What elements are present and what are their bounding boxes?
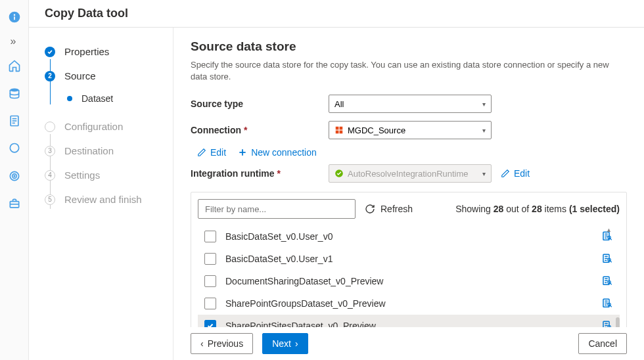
page-header: Copy Data tool (29, 0, 644, 28)
check-circle-icon (334, 169, 344, 178)
dataset-toolbar: Refresh Showing 28 out of 28 items (1 se… (198, 199, 620, 219)
dataset-row[interactable]: BasicDataSet_v0.User_v0 (198, 225, 620, 248)
step-pending-icon: 4 (45, 170, 55, 181)
preview-data-icon[interactable] (601, 298, 613, 309)
svg-point-3 (10, 89, 18, 92)
database-icon[interactable] (1, 80, 28, 106)
home-icon[interactable] (1, 53, 28, 79)
svg-point-1 (13, 14, 15, 16)
wizard-stepper: Properties 2 Source Dataset Configuratio… (29, 28, 173, 360)
svg-rect-15 (340, 127, 343, 130)
svg-rect-14 (336, 127, 339, 130)
source-type-label: Source type (191, 99, 329, 109)
connection-actions: Edit New connection (191, 147, 627, 158)
dataset-checkbox[interactable] (204, 298, 216, 309)
refresh-icon (365, 204, 375, 214)
connection-select[interactable]: MGDC_Source ▾ (329, 121, 492, 139)
chevron-down-icon: ▾ (482, 101, 486, 108)
chat-icon[interactable] (1, 135, 28, 162)
runtime-select[interactable]: AutoResolveIntegrationRuntime ▾ (329, 164, 492, 183)
preview-data-icon[interactable] (601, 253, 613, 265)
scrollbar-thumb[interactable] (616, 317, 620, 327)
step-source[interactable]: 2 Source (45, 64, 173, 88)
collapse-toggle-icon[interactable]: » (0, 32, 26, 51)
step-pending-icon (45, 122, 55, 132)
svg-rect-2 (14, 16, 15, 20)
dataset-row[interactable]: BasicDataSet_v0.User_v1 (198, 248, 620, 270)
step-review[interactable]: 5 Review and finish (45, 187, 173, 212)
refresh-button[interactable]: Refresh (365, 204, 413, 214)
chevron-right-icon: › (295, 338, 298, 349)
svg-point-11 (14, 175, 15, 177)
dataset-row[interactable]: DocumentSharingDataset_v0_Preview (198, 270, 620, 292)
document-icon[interactable] (1, 108, 28, 134)
connection-row: Connection * MGDC_Source ▾ (191, 121, 627, 139)
step-active-icon: 2 (45, 71, 55, 81)
dataset-checkbox[interactable] (204, 231, 216, 242)
runtime-row: Integration runtime * AutoResolveIntegra… (191, 164, 627, 183)
chevron-left-icon: ‹ (200, 338, 204, 349)
dataset-box: Refresh Showing 28 out of 28 items (1 se… (191, 192, 627, 327)
chevron-down-icon: ▾ (482, 127, 486, 134)
step-destination[interactable]: 3 Destination (45, 139, 173, 163)
source-type-select[interactable]: All ▾ (329, 95, 492, 113)
step-configuration[interactable]: Configuration (45, 114, 173, 139)
preview-data-icon[interactable] (601, 320, 613, 327)
connection-label: Connection * (191, 125, 329, 135)
results-count: Showing 28 out of 28 items (1 selected) (455, 204, 620, 214)
plus-icon (238, 148, 247, 157)
main-panel: Source data store Specify the source dat… (173, 28, 644, 327)
dataset-name: DocumentSharingDataset_v0_Preview (225, 276, 601, 286)
dataset-list: ▲ ▼ BasicDataSet_v0.User_v0BasicDataSet_… (198, 225, 620, 327)
source-type-row: Source type All ▾ (191, 95, 627, 113)
step-properties[interactable]: Properties (45, 39, 173, 64)
dataset-name: BasicDataSet_v0.User_v0 (225, 231, 601, 242)
step-complete-icon (45, 47, 55, 57)
step-pending-icon: 5 (45, 194, 55, 205)
new-connection-link[interactable]: New connection (238, 147, 317, 158)
info-icon[interactable] (1, 4, 28, 30)
chevron-down-icon: ▾ (482, 170, 486, 177)
dataset-checkbox[interactable] (204, 320, 216, 327)
runtime-label: Integration runtime * (191, 168, 329, 179)
step-settings[interactable]: 4 Settings (45, 163, 173, 187)
left-navigation-rail: » (0, 0, 29, 360)
target-icon[interactable] (1, 163, 28, 189)
pencil-icon (197, 148, 206, 157)
section-heading: Source data store (191, 39, 627, 54)
dataset-name: SharePointSitesDataset_v0_Preview (225, 321, 601, 327)
office-icon (334, 125, 344, 135)
pencil-icon (501, 169, 510, 178)
dataset-name: SharePointGroupsDataset_v0_Preview (225, 298, 601, 309)
substep-dataset[interactable]: Dataset (45, 88, 173, 109)
filter-input[interactable] (198, 199, 356, 219)
dataset-checkbox[interactable] (204, 253, 216, 265)
cancel-button[interactable]: Cancel (578, 333, 627, 354)
page-title: Copy Data tool (45, 7, 128, 20)
dataset-row[interactable]: SharePointGroupsDataset_v0_Preview (198, 292, 620, 315)
scroll-up-icon[interactable]: ▲ (606, 227, 612, 233)
svg-rect-37 (603, 322, 609, 327)
svg-rect-17 (340, 131, 343, 134)
dataset-row[interactable]: SharePointSitesDataset_v0_Preview (198, 315, 620, 327)
preview-data-icon[interactable] (601, 275, 613, 287)
toolbox-icon[interactable] (1, 191, 28, 217)
previous-button[interactable]: ‹ Previous (191, 333, 253, 354)
section-description: Specify the source data store for the co… (191, 59, 627, 83)
svg-rect-16 (336, 131, 339, 134)
edit-connection-link[interactable]: Edit (197, 147, 226, 158)
dataset-checkbox[interactable] (204, 275, 216, 287)
dataset-name: BasicDataSet_v0.User_v1 (225, 254, 601, 264)
next-button[interactable]: Next › (262, 333, 308, 354)
substep-dot-icon (67, 96, 72, 101)
wizard-footer: ‹ Previous Next › Cancel (173, 327, 644, 360)
step-pending-icon: 3 (45, 146, 55, 156)
edit-runtime-link[interactable]: Edit (501, 168, 530, 179)
